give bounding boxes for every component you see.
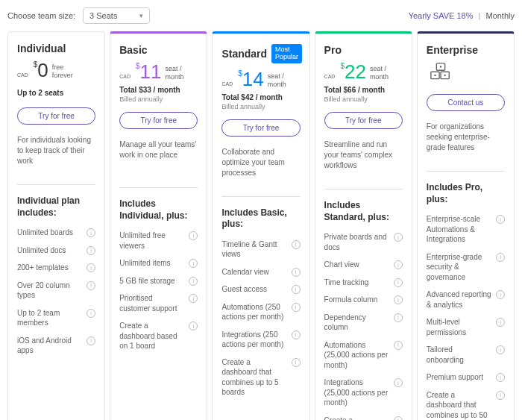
feature-row: Unlimited boardsi	[17, 228, 95, 238]
features-title: Includes Basic, plus:	[221, 207, 300, 231]
feature-row: Create a dashboard that combines up to 5…	[221, 357, 300, 398]
try-for-free-button[interactable]: Try for free	[17, 107, 95, 125]
plan-name: Standard	[221, 48, 267, 60]
seats-select[interactable]: 3 Seats ▾	[83, 7, 150, 24]
info-icon[interactable]: i	[394, 295, 403, 304]
price-amount: 22	[345, 62, 366, 81]
feature-text: Timeline & Gantt views	[221, 239, 286, 260]
feature-row: Unlimited free viewersi	[119, 231, 198, 251]
billing-toggle: Yearly SAVE 18% | Monthly	[409, 11, 515, 20]
feature-text: Integrations (250 actions per month)	[221, 330, 286, 350]
team-size-control: Choose team size: 3 Seats ▾	[7, 7, 150, 24]
info-icon[interactable]: i	[394, 378, 403, 387]
info-icon[interactable]: i	[189, 277, 198, 286]
info-icon[interactable]: i	[496, 290, 505, 299]
plan-tagline: Streamline and run your teams' complex w…	[324, 140, 403, 171]
info-icon[interactable]: i	[87, 228, 95, 237]
most-popular-badge: Most Popular	[271, 44, 302, 63]
plan-card-enterprise: EnterpriseContact usFor organizations se…	[417, 31, 515, 420]
price-amount: 0	[37, 60, 48, 80]
divider	[17, 184, 95, 185]
feature-text: Create a dashboard that combines up to 1…	[324, 416, 389, 420]
svg-point-3	[434, 75, 435, 76]
info-icon[interactable]: i	[189, 231, 198, 240]
feature-row: iOS and Android appsi	[17, 336, 95, 356]
feature-text: Calendar view	[221, 267, 286, 278]
divider	[427, 171, 505, 172]
try-for-free-button[interactable]: Try for free	[119, 112, 198, 129]
total-line: Total $33 / month	[119, 86, 198, 94]
info-icon[interactable]: i	[394, 313, 403, 322]
info-icon[interactable]: i	[87, 263, 95, 272]
feature-text: Unlimited boards	[17, 228, 82, 238]
feature-text: iOS and Android apps	[17, 336, 82, 356]
info-icon[interactable]: i	[496, 373, 505, 382]
billed-line: Billed annually	[119, 95, 198, 103]
price-row: CAD$0freeforever	[17, 60, 95, 80]
info-icon[interactable]: i	[394, 416, 403, 420]
info-icon[interactable]: i	[496, 253, 505, 262]
info-icon[interactable]: i	[87, 309, 95, 318]
info-icon[interactable]: i	[496, 345, 505, 354]
info-icon[interactable]: i	[87, 246, 95, 255]
info-icon[interactable]: i	[394, 260, 403, 269]
feature-row: Calendar viewi	[221, 267, 300, 278]
info-icon[interactable]: i	[394, 341, 403, 350]
feature-row: Automations (250 actions per month)i	[221, 302, 300, 322]
info-icon[interactable]: i	[87, 336, 95, 345]
billing-yearly[interactable]: Yearly SAVE 18%	[409, 11, 474, 20]
info-icon[interactable]: i	[292, 240, 301, 249]
unit-line: seat /	[370, 65, 389, 73]
feature-row: 200+ templatesi	[17, 263, 95, 273]
feature-row: Enterprise-scale Automations & Integrati…	[427, 214, 505, 245]
info-icon[interactable]: i	[189, 259, 198, 268]
feature-text: Create a dashboard based on 1 board	[119, 321, 184, 351]
info-icon[interactable]: i	[496, 318, 505, 327]
info-icon[interactable]: i	[292, 303, 301, 312]
info-icon[interactable]: i	[292, 330, 301, 339]
currency-code: CAD	[17, 72, 28, 78]
feature-text: Over 20 column types	[17, 280, 82, 301]
feature-text: Unlimited free viewers	[119, 231, 184, 251]
team-size-label: Choose team size:	[7, 11, 75, 20]
feature-row: Up to 2 team membersi	[17, 308, 95, 328]
info-icon[interactable]: i	[292, 268, 301, 277]
info-icon[interactable]: i	[394, 278, 403, 287]
plan-card-basic: BasicCAD$11seat /monthTotal $33 / monthB…	[110, 31, 207, 420]
feature-row: Private boards and docsi	[324, 232, 403, 252]
feature-text: Enterprise-scale Automations & Integrati…	[427, 214, 491, 245]
feature-text: Guest access	[221, 284, 286, 295]
price-amount: 14	[242, 69, 264, 89]
feature-row: Unlimited itemsi	[119, 258, 198, 269]
feature-row: Multi-level permissionsi	[427, 317, 505, 337]
feature-row: Guest accessi	[221, 284, 300, 295]
info-icon[interactable]: i	[496, 391, 505, 400]
feature-text: Premium support	[427, 372, 491, 383]
billing-monthly[interactable]: Monthly	[485, 11, 515, 20]
blocks-icon	[427, 62, 505, 88]
info-icon[interactable]: i	[292, 285, 301, 294]
info-icon[interactable]: i	[292, 358, 301, 367]
info-icon[interactable]: i	[189, 294, 198, 303]
feature-row: Create a dashboard based on 1 boardi	[119, 321, 198, 351]
feature-text: Up to 2 team members	[17, 308, 82, 328]
svg-point-5	[444, 75, 445, 76]
feature-text: Time tracking	[324, 278, 389, 288]
info-icon[interactable]: i	[394, 233, 403, 242]
contact-us-button[interactable]: Contact us	[427, 94, 505, 111]
plan-name: Pro	[324, 44, 342, 56]
try-for-free-button[interactable]: Try for free	[324, 112, 403, 129]
info-icon[interactable]: i	[189, 322, 198, 330]
feature-row: Time trackingi	[324, 278, 403, 288]
unit-line: seat /	[268, 72, 286, 81]
divider	[324, 189, 403, 189]
plan-header: Basic	[119, 44, 198, 56]
info-icon[interactable]: i	[496, 215, 505, 224]
feature-row: Enterprise-grade security & governancei	[427, 252, 505, 283]
feature-text: Dependency column	[324, 313, 389, 333]
feature-text: Formula column	[324, 295, 389, 305]
info-icon[interactable]: i	[87, 281, 95, 290]
plan-header: Pro	[324, 44, 403, 56]
unit-line: month	[370, 73, 389, 81]
try-for-free-button[interactable]: Try for free	[221, 119, 300, 137]
